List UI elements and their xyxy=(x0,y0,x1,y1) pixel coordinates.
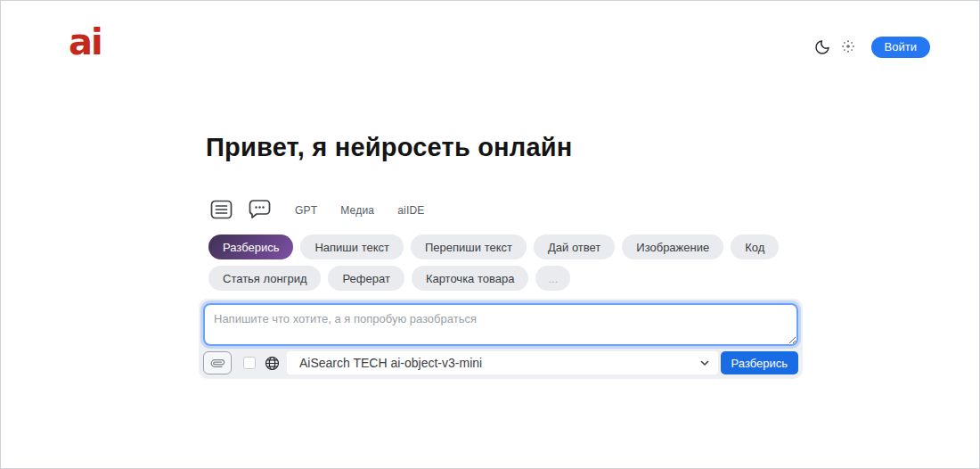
paperclip-icon xyxy=(208,353,226,372)
prompt-input[interactable] xyxy=(203,303,798,346)
option-checkbox[interactable] xyxy=(243,357,256,369)
main-content: Привет, я нейросеть онлайн xyxy=(199,126,803,379)
tab-media[interactable]: Медиа xyxy=(340,204,374,217)
pill-izobrazhenie[interactable]: Изображение xyxy=(622,234,723,259)
model-select-value: AiSearch TECH ai-object-v3-mini xyxy=(299,356,698,370)
pill-perepishi-tekst[interactable]: Перепиши текст xyxy=(411,234,527,259)
pill-row-1: Разберись Напиши текст Перепиши текст Да… xyxy=(208,234,803,259)
mode-tabs: GPT Медиа aiIDE xyxy=(209,198,803,223)
page: ai Войти Привет, я нейросет xyxy=(0,0,980,469)
site-logo[interactable]: ai xyxy=(69,24,102,60)
pill-kod[interactable]: Код xyxy=(731,234,779,259)
tab-gpt[interactable]: GPT xyxy=(295,204,317,217)
pill-more[interactable]: ... xyxy=(535,266,570,291)
pill-kartochka-tovara[interactable]: Карточка товара xyxy=(412,266,529,291)
tab-chat[interactable] xyxy=(248,198,272,224)
tab-text-modes[interactable] xyxy=(209,199,233,223)
submit-button[interactable]: Разберись xyxy=(721,351,798,374)
page-title: Привет, я нейросеть онлайн xyxy=(206,133,803,162)
pill-razberis[interactable]: Разберись xyxy=(208,234,293,259)
chevron-down-icon xyxy=(698,357,711,369)
pill-napishi-tekst[interactable]: Напиши текст xyxy=(300,234,404,259)
dark-theme-button[interactable] xyxy=(814,37,832,58)
model-select[interactable]: AiSearch TECH ai-object-v3-mini xyxy=(287,351,718,374)
composer-toolbar: AiSearch TECH ai-object-v3-mini Разберис… xyxy=(203,351,798,374)
pill-day-otvet[interactable]: Дай ответ xyxy=(534,234,615,259)
light-theme-button[interactable] xyxy=(841,39,855,56)
list-icon xyxy=(209,199,233,223)
pill-row-2: Статья лонгрид Реферат Карточка товара .… xyxy=(208,266,803,291)
moon-icon xyxy=(814,37,832,58)
composer-card: AiSearch TECH ai-object-v3-mini Разберис… xyxy=(199,299,803,379)
attach-file-button[interactable] xyxy=(203,351,232,374)
sun-icon xyxy=(841,39,855,56)
header-controls: Войти xyxy=(814,37,930,58)
pill-referat[interactable]: Реферат xyxy=(328,266,404,291)
chat-icon xyxy=(248,198,272,224)
globe-icon xyxy=(265,356,280,371)
login-button[interactable]: Войти xyxy=(871,37,930,58)
quick-prompt-pills: Разберись Напиши текст Перепиши текст Да… xyxy=(208,234,803,291)
tab-aiide[interactable]: aiIDE xyxy=(397,204,424,217)
pill-statya-longrid[interactable]: Статья лонгрид xyxy=(208,266,321,291)
